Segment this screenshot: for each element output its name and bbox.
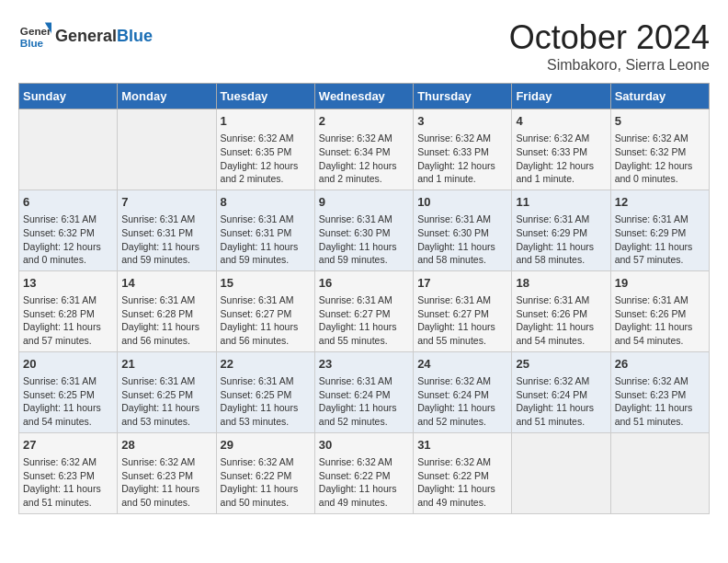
day-content: Sunrise: 6:32 AMSunset: 6:35 PMDaylight:… xyxy=(221,132,311,186)
calendar-week-row: 13Sunrise: 6:31 AMSunset: 6:28 PMDayligh… xyxy=(19,270,710,351)
day-number: 24 xyxy=(417,356,507,373)
day-number: 27 xyxy=(23,437,113,454)
calendar-cell: 23Sunrise: 6:31 AMSunset: 6:24 PMDayligh… xyxy=(314,351,413,432)
day-content: Sunrise: 6:32 AMSunset: 6:24 PMDaylight:… xyxy=(417,374,507,429)
day-content: Sunrise: 6:31 AMSunset: 6:28 PMDaylight:… xyxy=(23,293,113,348)
calendar-cell: 12Sunrise: 6:31 AMSunset: 6:29 PMDayligh… xyxy=(610,190,709,270)
calendar-cell xyxy=(118,109,216,190)
location-subtitle: Simbakoro, Sierra Leone xyxy=(509,57,710,74)
day-content: Sunrise: 6:32 AMSunset: 6:23 PMDaylight:… xyxy=(121,455,211,510)
day-number: 28 xyxy=(121,437,211,454)
day-number: 22 xyxy=(221,356,311,373)
day-number: 30 xyxy=(319,437,409,454)
month-title: October 2024 xyxy=(509,18,710,57)
day-number: 7 xyxy=(121,194,211,211)
day-number: 10 xyxy=(417,194,507,211)
day-content: Sunrise: 6:32 AMSunset: 6:24 PMDaylight:… xyxy=(516,374,606,429)
day-content: Sunrise: 6:31 AMSunset: 6:31 PMDaylight:… xyxy=(221,213,311,267)
calendar-week-row: 1Sunrise: 6:32 AMSunset: 6:35 PMDaylight… xyxy=(19,109,710,190)
calendar-cell: 7Sunrise: 6:31 AMSunset: 6:31 PMDaylight… xyxy=(118,190,216,270)
day-number: 6 xyxy=(23,194,113,211)
day-number: 8 xyxy=(221,194,311,211)
day-content: Sunrise: 6:32 AMSunset: 6:22 PMDaylight:… xyxy=(319,455,409,510)
calendar-cell: 5Sunrise: 6:32 AMSunset: 6:32 PMDaylight… xyxy=(610,109,709,190)
day-number: 11 xyxy=(516,194,606,211)
day-content: Sunrise: 6:31 AMSunset: 6:25 PMDaylight:… xyxy=(121,374,211,429)
day-content: Sunrise: 6:32 AMSunset: 6:23 PMDaylight:… xyxy=(23,455,113,510)
day-number: 4 xyxy=(516,113,606,130)
calendar-cell: 20Sunrise: 6:31 AMSunset: 6:25 PMDayligh… xyxy=(19,351,118,432)
page-header: General Blue GeneralBlue October 2024 Si… xyxy=(18,18,710,74)
day-number: 25 xyxy=(516,356,606,373)
logo-icon: General Blue xyxy=(18,18,51,52)
calendar-cell: 28Sunrise: 6:32 AMSunset: 6:23 PMDayligh… xyxy=(118,432,216,513)
calendar-cell: 4Sunrise: 6:32 AMSunset: 6:33 PMDaylight… xyxy=(512,109,610,190)
day-content: Sunrise: 6:31 AMSunset: 6:24 PMDaylight:… xyxy=(319,374,409,429)
day-content: Sunrise: 6:31 AMSunset: 6:29 PMDaylight:… xyxy=(516,213,606,267)
day-number: 5 xyxy=(615,113,705,130)
day-number: 18 xyxy=(516,275,606,292)
calendar-cell xyxy=(512,432,610,513)
day-content: Sunrise: 6:31 AMSunset: 6:27 PMDaylight:… xyxy=(221,293,311,348)
calendar-cell: 27Sunrise: 6:32 AMSunset: 6:23 PMDayligh… xyxy=(19,432,118,513)
calendar-cell: 2Sunrise: 6:32 AMSunset: 6:34 PMDaylight… xyxy=(314,109,413,190)
title-block: October 2024 Simbakoro, Sierra Leone xyxy=(509,18,710,74)
calendar-cell: 26Sunrise: 6:32 AMSunset: 6:23 PMDayligh… xyxy=(610,351,709,432)
day-number: 15 xyxy=(221,275,311,292)
day-content: Sunrise: 6:31 AMSunset: 6:31 PMDaylight:… xyxy=(121,213,211,267)
logo: General Blue GeneralBlue xyxy=(18,18,153,52)
calendar-cell: 8Sunrise: 6:31 AMSunset: 6:31 PMDaylight… xyxy=(216,190,314,270)
day-number: 31 xyxy=(417,437,507,454)
calendar-cell: 14Sunrise: 6:31 AMSunset: 6:28 PMDayligh… xyxy=(118,270,216,351)
day-header-tuesday: Tuesday xyxy=(216,84,314,109)
calendar-cell: 24Sunrise: 6:32 AMSunset: 6:24 PMDayligh… xyxy=(414,351,512,432)
calendar-cell: 9Sunrise: 6:31 AMSunset: 6:30 PMDaylight… xyxy=(314,190,413,270)
day-number: 19 xyxy=(615,275,705,292)
calendar-cell: 11Sunrise: 6:31 AMSunset: 6:29 PMDayligh… xyxy=(512,190,610,270)
calendar-cell: 22Sunrise: 6:31 AMSunset: 6:25 PMDayligh… xyxy=(216,351,314,432)
calendar-header-row: SundayMondayTuesdayWednesdayThursdayFrid… xyxy=(19,84,710,109)
calendar-cell: 25Sunrise: 6:32 AMSunset: 6:24 PMDayligh… xyxy=(512,351,610,432)
day-number: 16 xyxy=(319,275,409,292)
logo-blue: Blue xyxy=(117,27,153,45)
day-number: 3 xyxy=(417,113,507,130)
day-content: Sunrise: 6:32 AMSunset: 6:23 PMDaylight:… xyxy=(615,374,705,429)
day-number: 26 xyxy=(615,356,705,373)
day-header-thursday: Thursday xyxy=(414,84,512,109)
day-content: Sunrise: 6:31 AMSunset: 6:27 PMDaylight:… xyxy=(319,293,409,348)
logo-general: General xyxy=(55,27,117,45)
day-content: Sunrise: 6:31 AMSunset: 6:28 PMDaylight:… xyxy=(121,293,211,348)
day-content: Sunrise: 6:32 AMSunset: 6:34 PMDaylight:… xyxy=(319,132,409,186)
day-header-monday: Monday xyxy=(118,84,216,109)
calendar-week-row: 27Sunrise: 6:32 AMSunset: 6:23 PMDayligh… xyxy=(19,432,710,513)
calendar-cell: 3Sunrise: 6:32 AMSunset: 6:33 PMDaylight… xyxy=(414,109,512,190)
day-header-saturday: Saturday xyxy=(610,84,709,109)
day-content: Sunrise: 6:32 AMSunset: 6:33 PMDaylight:… xyxy=(417,132,507,186)
day-content: Sunrise: 6:31 AMSunset: 6:26 PMDaylight:… xyxy=(516,293,606,348)
day-content: Sunrise: 6:32 AMSunset: 6:32 PMDaylight:… xyxy=(615,132,705,186)
day-number: 9 xyxy=(319,194,409,211)
day-number: 17 xyxy=(417,275,507,292)
day-number: 21 xyxy=(121,356,211,373)
calendar-cell xyxy=(610,432,709,513)
calendar-cell xyxy=(19,109,118,190)
day-content: Sunrise: 6:31 AMSunset: 6:32 PMDaylight:… xyxy=(23,213,113,267)
day-header-friday: Friday xyxy=(512,84,610,109)
day-header-wednesday: Wednesday xyxy=(314,84,413,109)
calendar-week-row: 20Sunrise: 6:31 AMSunset: 6:25 PMDayligh… xyxy=(19,351,710,432)
svg-text:Blue: Blue xyxy=(20,37,44,49)
calendar-cell: 1Sunrise: 6:32 AMSunset: 6:35 PMDaylight… xyxy=(216,109,314,190)
day-content: Sunrise: 6:32 AMSunset: 6:33 PMDaylight:… xyxy=(516,132,606,186)
calendar-cell: 18Sunrise: 6:31 AMSunset: 6:26 PMDayligh… xyxy=(512,270,610,351)
calendar-cell: 21Sunrise: 6:31 AMSunset: 6:25 PMDayligh… xyxy=(118,351,216,432)
calendar-cell: 13Sunrise: 6:31 AMSunset: 6:28 PMDayligh… xyxy=(19,270,118,351)
calendar-cell: 17Sunrise: 6:31 AMSunset: 6:27 PMDayligh… xyxy=(414,270,512,351)
calendar-cell: 6Sunrise: 6:31 AMSunset: 6:32 PMDaylight… xyxy=(19,190,118,270)
calendar-table: SundayMondayTuesdayWednesdayThursdayFrid… xyxy=(18,83,710,514)
day-header-sunday: Sunday xyxy=(19,84,118,109)
day-content: Sunrise: 6:31 AMSunset: 6:25 PMDaylight:… xyxy=(23,374,113,429)
day-content: Sunrise: 6:31 AMSunset: 6:25 PMDaylight:… xyxy=(221,374,311,429)
day-content: Sunrise: 6:32 AMSunset: 6:22 PMDaylight:… xyxy=(221,455,311,510)
day-number: 13 xyxy=(23,275,113,292)
day-content: Sunrise: 6:32 AMSunset: 6:22 PMDaylight:… xyxy=(417,455,507,510)
